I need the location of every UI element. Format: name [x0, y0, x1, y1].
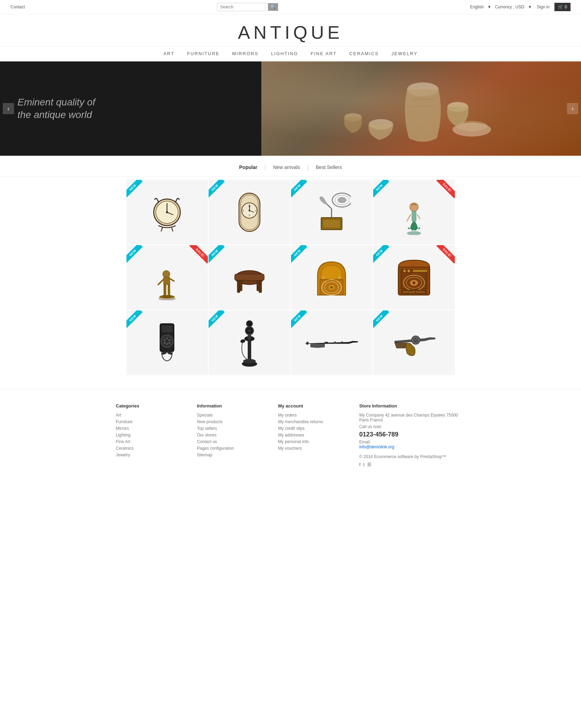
footer-link-lighting[interactable]: Lighting — [116, 433, 187, 437]
svg-point-58 — [338, 276, 341, 279]
main-nav: ART FURNITURE MIRRORS LIGHTING FINE ART … — [0, 46, 581, 61]
store-email-label: Email: info@demolink.org — [359, 440, 465, 449]
new-badge-10: NEW — [209, 310, 230, 331]
footer-link-contact-us[interactable]: Contact us — [197, 439, 268, 444]
social-rss[interactable]: ☰ — [367, 462, 371, 467]
site-logo[interactable]: ANTIQUE — [0, 22, 581, 43]
product-card-11[interactable]: NEW — [291, 310, 373, 375]
svg-point-101 — [416, 340, 418, 342]
search-button[interactable]: 🔍 — [268, 3, 278, 11]
svg-rect-94 — [306, 342, 308, 345]
footer-store-title: Store Information — [359, 403, 465, 409]
product-image-rifle — [304, 332, 360, 353]
hero-prev-button[interactable]: ‹ — [3, 103, 14, 114]
cart-button[interactable]: 🛒 0 — [554, 3, 571, 11]
new-badge-2: NEW — [209, 180, 230, 201]
tab-new-arrivals[interactable]: New arrivals — [268, 164, 306, 170]
store-email-link[interactable]: info@demolink.org — [359, 444, 465, 449]
product-card-12[interactable]: NEW — [373, 310, 455, 375]
footer-store-info: Store Information My Company 42 avenue d… — [359, 403, 465, 469]
top-right-area: English ▼ Currency : USD ▼ Sign in 🛒 0 — [470, 3, 571, 11]
footer-link-specials[interactable]: Specials — [197, 413, 268, 418]
product-image-statue — [153, 255, 181, 300]
social-facebook[interactable]: f — [359, 462, 361, 467]
footer-link-addresses[interactable]: My addresses — [278, 433, 349, 437]
product-card-1[interactable]: NEW — [126, 180, 208, 244]
svg-text:3: 3 — [255, 209, 256, 212]
product-card-6[interactable]: NEW — [209, 245, 290, 310]
footer-link-fine-art[interactable]: Fine Art — [116, 439, 187, 444]
svg-point-96 — [334, 341, 336, 344]
svg-rect-46 — [235, 274, 264, 280]
footer-link-furniture[interactable]: Furniture — [116, 419, 187, 424]
footer-link-credit-slips[interactable]: My credit slips — [278, 426, 349, 431]
svg-text:6: 6 — [249, 214, 250, 216]
svg-text:12: 12 — [248, 205, 251, 207]
svg-rect-31 — [412, 211, 416, 222]
new-badge-1: NEW — [126, 180, 147, 201]
language-selector[interactable]: English — [470, 5, 484, 9]
product-card-7[interactable]: NEW — [291, 245, 373, 310]
product-image-telephone-wall — [153, 320, 181, 366]
svg-point-57 — [322, 276, 325, 279]
product-card-8[interactable]: NEW SALE! ANTIQUE RADIO — [373, 245, 455, 310]
sale-badge-5: SALE! — [187, 245, 208, 266]
product-card-10[interactable]: NEW — [209, 310, 290, 375]
svg-rect-24 — [323, 219, 340, 228]
nav-fine-art[interactable]: FINE ART — [311, 51, 336, 56]
svg-rect-38 — [163, 295, 171, 298]
signin-link[interactable]: Sign in — [537, 5, 550, 9]
svg-point-18 — [248, 209, 250, 211]
svg-line-34 — [408, 215, 411, 219]
svg-rect-49 — [239, 280, 242, 291]
tab-popular[interactable]: Popular — [234, 164, 263, 170]
nav-ceramics[interactable]: CERAMICS — [349, 51, 379, 56]
store-copyright: © 2014 Ecommerce software by PrestaShop™ — [359, 454, 465, 459]
product-card-2[interactable]: NEW 12 6 9 3 — [209, 180, 290, 244]
footer-link-my-orders[interactable]: My orders — [278, 413, 349, 418]
footer-link-jewelry[interactable]: Jewelry — [116, 453, 187, 457]
product-image-mermaid — [402, 190, 426, 235]
nav-jewelry[interactable]: JEWELRY — [391, 51, 417, 56]
footer-information: Information Specials New products Top se… — [197, 403, 268, 469]
tab-best-sellers[interactable]: Best Sellers — [310, 164, 348, 170]
footer-my-account-title: My account — [278, 403, 349, 409]
footer-link-ceramics[interactable]: Ceramics — [116, 446, 187, 451]
footer-link-merchandise-returns[interactable]: My merchandise returns — [278, 419, 349, 424]
footer-link-sitemap[interactable]: Sitemap — [197, 453, 268, 457]
product-card-3[interactable]: NEW — [291, 180, 373, 244]
store-phone: 0123-456-789 — [359, 431, 465, 438]
search-input[interactable] — [217, 3, 266, 11]
svg-line-35 — [417, 215, 420, 219]
footer-link-new-products[interactable]: New products — [197, 419, 268, 424]
product-card-4[interactable]: NEW SALE! — [373, 180, 455, 244]
top-bar: Contact 🔍 English ▼ Currency : USD ▼ Sig… — [0, 0, 581, 14]
footer-link-top-sellers[interactable]: Top sellers — [197, 426, 268, 431]
hero-next-button[interactable]: › — [567, 103, 578, 114]
nav-furniture[interactable]: FURNITURE — [187, 51, 219, 56]
footer-link-our-stores[interactable]: Our stores — [197, 433, 268, 437]
product-card-5[interactable]: NEW SALE! — [126, 245, 208, 310]
footer-categories-title: Categories — [116, 403, 187, 409]
svg-point-10 — [166, 211, 168, 213]
new-badge-8: NEW — [373, 245, 394, 266]
social-twitter[interactable]: t — [363, 462, 365, 467]
footer-link-vouchers[interactable]: My vouchers — [278, 446, 349, 451]
social-links: f t ☰ — [359, 462, 465, 469]
sale-badge-4: SALE! — [434, 180, 455, 201]
svg-point-75 — [166, 337, 168, 339]
nav-art[interactable]: ART — [164, 51, 175, 56]
svg-line-44 — [170, 279, 174, 281]
product-card-9[interactable]: NEW — [126, 310, 208, 375]
footer-link-art[interactable]: Art — [116, 413, 187, 418]
nav-mirrors[interactable]: MIRRORS — [232, 51, 259, 56]
new-badge-5: NEW — [126, 245, 147, 266]
new-badge-12: NEW — [373, 310, 394, 331]
svg-line-11 — [161, 227, 162, 231]
nav-lighting[interactable]: LIGHTING — [271, 51, 298, 56]
new-badge-3: NEW — [291, 180, 312, 201]
footer-link-pages-config[interactable]: Pages configuration — [197, 446, 268, 451]
contact-link[interactable]: Contact — [10, 5, 25, 9]
footer-link-mirrors[interactable]: Mirrors — [116, 426, 187, 431]
footer-link-personal-info[interactable]: My personal info — [278, 439, 349, 444]
